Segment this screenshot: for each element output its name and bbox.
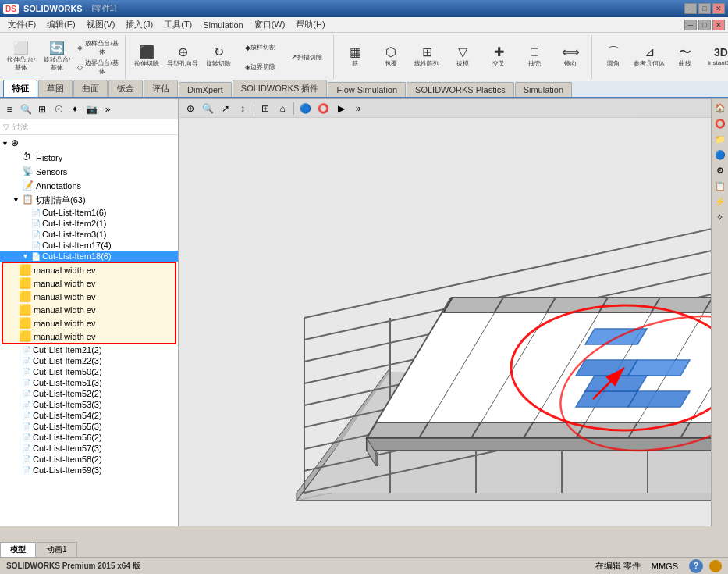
rpanel-blue-button[interactable]: 🔵 [713,148,727,162]
vp-rotate-button[interactable]: ↗ [218,101,233,116]
tab-flow-simulation[interactable]: Flow Simulation [328,82,406,97]
intersect-button[interactable]: ✚ 交叉 [481,37,517,77]
manual-item-4[interactable]: 🟨 manual width ev [3,316,175,330]
tree-config-button[interactable]: ☉ [51,102,66,117]
tree-item54[interactable]: 📄 Cut-List-Item54(2) [0,410,178,421]
boundary-cut-button[interactable]: ◈ 边界切除 [236,58,283,77]
close-button[interactable]: ✕ [712,3,725,14]
curves-button[interactable]: 〜 曲线 [667,37,703,77]
revolve-boss-button[interactable]: 🔄 旋转凸台/基体 [39,37,75,77]
statusbar-coin-button[interactable] [709,560,722,572]
rpanel-lightning-button[interactable]: ⚡ [713,194,727,209]
tab-features[interactable]: 特征 [3,80,37,97]
tree-item50[interactable]: 📄 Cut-List-Item50(2) [0,366,178,377]
tab-sw-plastics[interactable]: SOLIDWORKS Plastics [407,82,514,97]
menu-simulation[interactable]: Simulation [198,19,247,31]
tree-item21[interactable]: 📄 Cut-List-Item21(2) [0,344,178,355]
vp-fitall-button[interactable]: ↕ [235,101,250,116]
vp-section-button[interactable]: ▶ [333,101,349,116]
rib-button[interactable]: ▦ 筋 [337,37,373,77]
manual-item-5[interactable]: 🟨 manual width ev [3,330,175,343]
tree-history-item[interactable]: ⏱ History [0,151,178,165]
wrap-button[interactable]: ⬡ 包覆 [373,37,409,77]
vp-grid-button[interactable]: ⊞ [257,101,273,116]
tree-item53[interactable]: 📄 Cut-List-Item53(3) [0,399,178,410]
manual-item-3[interactable]: 🟨 manual width ev [3,303,175,316]
tree-item22[interactable]: 📄 Cut-List-Item22(3) [0,355,178,366]
win-min-button[interactable]: ─ [684,20,697,30]
rpanel-circle-button[interactable]: ⭕ [713,116,727,130]
vp-pan-button[interactable]: 🔍 [200,101,216,116]
tab-sketch[interactable]: 草图 [38,80,73,97]
tree-content[interactable]: ▼ ⊕ ⏱ History 📡 Sensors 📝 Annotations [0,135,178,526]
tree-item58[interactable]: 📄 Cut-List-Item58(2) [0,454,178,465]
loft-boss-button[interactable]: ◈ 放样凸台/基体 [75,38,122,57]
manual-item-2[interactable]: 🟨 manual width ev [3,290,175,303]
tree-cam-button[interactable]: 📷 [83,102,99,117]
manual-item-1[interactable]: 🟨 manual width ev [3,276,175,290]
menu-insert[interactable]: 插入(J) [121,17,158,32]
loft-cut-button[interactable]: ◆ 放样切割 [236,38,283,57]
tab-model[interactable]: 模型 [0,542,36,557]
extrude-cut-button[interactable]: ⬛ 拉伸切除 [129,37,165,77]
tree-display-button[interactable]: ✦ [67,102,83,117]
tree-item52[interactable]: 📄 Cut-List-Item52(2) [0,388,178,399]
shell-button[interactable]: □ 抽壳 [517,37,552,77]
mirror-button[interactable]: ⟺ 镜向 [552,37,588,77]
rpanel-folder-button[interactable]: 📁 [713,132,727,146]
tree-item17[interactable]: 📄 Cut-List-Item17(4) [0,240,178,251]
menu-view[interactable]: 视图(V) [82,17,120,32]
boundary-boss-button[interactable]: ◇ 边界凸台/基体 [75,58,122,77]
rpanel-list-button[interactable]: 📋 [713,179,727,193]
tree-more-button[interactable]: » [100,102,115,117]
menu-tools[interactable]: 工具(T) [159,17,197,32]
draft-button[interactable]: ▽ 拔模 [445,37,481,77]
revolve-cut-button[interactable]: ↻ 旋转切除 [201,37,236,77]
tab-surface[interactable]: 曲面 [73,80,108,97]
minimize-button[interactable]: ─ [684,3,697,14]
titlebar-controls[interactable]: ─ □ ✕ [684,3,725,14]
tree-item2[interactable]: 📄 Cut-List-Item2(1) [0,218,178,229]
rpanel-gear-button[interactable]: ⚙ [713,163,727,177]
vp-home-button[interactable]: ⌂ [275,101,290,116]
tab-dimxpert[interactable]: DimXpert [179,82,232,97]
menu-edit[interactable]: 编辑(E) [42,17,80,32]
vp-zoom-button[interactable]: ⊕ [183,101,198,116]
tree-item3[interactable]: 📄 Cut-List-Item3(1) [0,229,178,240]
tab-evaluate[interactable]: 评估 [144,80,178,97]
tree-item55[interactable]: 📄 Cut-List-Item55(3) [0,421,178,432]
tree-root-item[interactable]: ▼ ⊕ [0,137,178,151]
pattern-button[interactable]: ⊞ 线性阵列 [409,37,445,77]
tree-sensors-item[interactable]: 📡 Sensors [0,165,178,179]
tab-simulation[interactable]: Simulation [515,82,572,97]
tree-item1[interactable]: 📄 Cut-List-Item1(6) [0,207,178,218]
statusbar-help-button[interactable]: ? [689,559,703,573]
instant3d-button[interactable]: 3D Instant3D [703,37,728,77]
menu-file[interactable]: 文件(F) [3,17,41,32]
menu-window[interactable]: 窗口(W) [250,17,290,32]
tree-part-button[interactable]: ⊞ [34,102,50,117]
tree-item51[interactable]: 📄 Cut-List-Item51(3) [0,377,178,388]
viewport[interactable]: ⊕ 🔍 ↗ ↕ ⊞ ⌂ 🔵 ⭕ ▶ » [179,99,711,526]
reference-button[interactable]: ⊿ 参考几何体 [631,37,667,77]
tree-annotations-item[interactable]: 📝 Annotations [0,179,178,193]
sweep-cut-button[interactable]: ↗ 扫描切除 [283,48,330,66]
maximize-button[interactable]: □ [698,3,711,14]
manual-item-0[interactable]: 🟨 manual width ev [3,263,175,276]
tree-menu-button[interactable]: ≡ [2,102,17,117]
tab-animation[interactable]: 动画1 [37,542,77,557]
menu-help[interactable]: 帮助(H) [291,17,329,32]
win-close-button[interactable]: ✕ [712,20,725,30]
rpanel-home-button[interactable]: 🏠 [713,101,727,115]
tree-search-button[interactable]: 🔍 [18,102,34,117]
tree-cutlist-item[interactable]: ▼ 📋 切割清单(63) [0,193,178,207]
extrude-boss-button[interactable]: ⬜ 拉伸凸 台/基体 [3,37,39,77]
vp-edge-button[interactable]: ⭕ [315,101,332,116]
tree-item57[interactable]: 📄 Cut-List-Item57(3) [0,443,178,454]
tab-sheetmetal[interactable]: 钣金 [108,80,143,97]
hole-wizard-button[interactable]: ⊕ 异型孔向导 [165,37,201,77]
win-max-button[interactable]: □ [698,20,711,30]
rpanel-star-button[interactable]: ✧ [713,210,727,224]
tree-item18-selected[interactable]: ▼ 📄 Cut-List-Item18(6) [0,251,178,262]
vp-shading-button[interactable]: 🔵 [297,101,314,116]
